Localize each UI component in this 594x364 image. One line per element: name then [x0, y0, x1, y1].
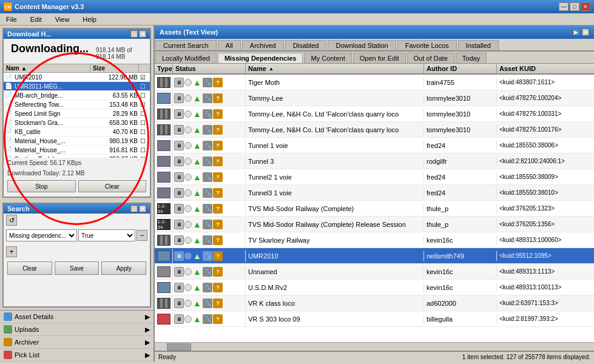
maximize-button[interactable]: □	[570, 2, 579, 11]
row-name: Tommy-Lee, N&H Co. Ltd 'Falcon'class qua…	[246, 125, 424, 135]
table-row[interactable]: 1-2-34 🖥 ▲ 🔧 ? TVS Mid-Sodor Railway (Co…	[155, 217, 594, 232]
pick-list-label: Pick List	[15, 351, 39, 359]
assets-table[interactable]: 🖥 ▲ 🔧 ? Tiger Moth train4755 <kuid:48380…	[155, 75, 594, 342]
download-panel-minimize[interactable]: −	[130, 30, 138, 38]
row-status: 🖥 ▲ 🔧 ?	[173, 155, 246, 167]
close-button[interactable]: ✕	[581, 2, 590, 11]
tab-today[interactable]: Today	[456, 53, 487, 63]
refresh-button[interactable]: ↺	[6, 215, 17, 226]
horizontal-scrollbar[interactable]	[155, 342, 594, 351]
tab-my-content[interactable]: My Content	[304, 53, 351, 63]
menu-view[interactable]: View	[52, 15, 73, 24]
tab-out-of-date[interactable]: Out of Date	[407, 53, 454, 63]
table-row[interactable]: 1-2-34 🖥 ▲ 🔧 ? TVS Mid-Sodor Railway (Co…	[155, 201, 594, 217]
row-name: TVS Mid-Sodor Railway (Complete)	[246, 204, 424, 214]
add-filter-button[interactable]: +	[6, 246, 17, 257]
status-wrench-icon: 🔧	[203, 78, 212, 87]
row-kuid: <kuid:376205:1356>	[497, 220, 594, 229]
table-row[interactable]: 🖥 ▲ 🔧 ? Tunnel 1 voie fred24 <kuid:18555…	[155, 138, 594, 153]
menu-file[interactable]: File	[2, 15, 21, 24]
tab-all[interactable]: All	[218, 40, 241, 50]
row-author: tommylee3010	[424, 125, 497, 135]
col-type-header[interactable]: Type	[155, 64, 173, 73]
table-row[interactable]: 🖥 ▲ 🔧 ? VR S 303 loco 09 billegulla <kui…	[155, 311, 594, 327]
save-search-button[interactable]: Save	[55, 261, 100, 275]
status-circle-icon	[184, 268, 192, 275]
table-row[interactable]: 🖥 ▲ 🔧 ? VR K class loco ad602000 <kuid:2…	[155, 295, 594, 311]
tab-open-for-edit[interactable]: Open for Edit	[353, 53, 406, 63]
table-row[interactable]: 🖥 ▲ 🔧 ? U.S.D.M.Rv2 kevin16c <kuid:48931…	[155, 280, 594, 295]
list-item[interactable]: 📄 Speed Limit Sign 28.29 KB ☐	[4, 109, 150, 118]
remove-filter-button[interactable]: −	[137, 230, 147, 241]
clear-download-button[interactable]: Clear	[78, 180, 147, 192]
status-monitor-icon: 🖥	[174, 220, 184, 229]
col-author-header[interactable]: Author ID	[424, 64, 497, 73]
asset-details-item[interactable]: Asset Details ▶	[0, 311, 154, 323]
list-item[interactable]: 📄 Selferecting Tow... 153.48 KB ☐	[4, 100, 150, 109]
minimize-button[interactable]: —	[559, 2, 569, 11]
table-row[interactable]: 🖥 ▲ 🔧 ? Tunnel2 1 voie fred24 <kuid:1855…	[155, 169, 594, 185]
status-question-icon: ?	[213, 314, 223, 324]
list-item[interactable]: 📄 Stockman's Gra... 658.30 KB ☐	[4, 118, 150, 127]
search-panel-close[interactable]: ✕	[139, 205, 146, 212]
tab-download-station[interactable]: Download Station	[328, 40, 396, 50]
tab-archived[interactable]: Archived	[242, 40, 284, 50]
apply-search-button[interactable]: Apply	[101, 261, 146, 275]
list-item[interactable]: 📄 Section_Tool_ho... 859.37 KB ☐	[4, 155, 150, 158]
list-item[interactable]: 📄 MB-arch_bridge... 63.55 KB ☐	[4, 91, 150, 100]
row-type-icon	[155, 123, 173, 136]
list-item[interactable]: 📄 UMR2010 122.96 MB ☑	[4, 73, 150, 82]
list-item[interactable]: 📄 UMR2011-MEG... ☐	[4, 82, 150, 91]
row-author: kevin16c	[424, 283, 497, 292]
tab-missing-deps[interactable]: Missing Dependencies	[218, 53, 303, 63]
window-controls[interactable]: — □ ✕	[559, 2, 590, 11]
filter-type-select[interactable]: Missing dependenc...	[6, 229, 77, 241]
assets-arrow[interactable]: ▶	[572, 29, 579, 36]
row-type-icon: 1-2-34	[155, 202, 173, 215]
table-row[interactable]: 🖥 ▲ 🔧 ? TV Skarloey Railway kevin16c <ku…	[155, 232, 594, 248]
list-item[interactable]: 📄 Material_House_... 980.19 KB ☐	[4, 136, 150, 146]
refresh-row: ↺	[4, 214, 150, 227]
menu-help[interactable]: Help	[79, 15, 100, 24]
uploads-item[interactable]: Uploads ▶	[0, 323, 154, 336]
asset-details-label: Asset Details	[15, 313, 53, 320]
tab-disabled[interactable]: Disabled	[285, 40, 327, 50]
clear-search-button[interactable]: Clear	[7, 261, 52, 275]
row-status: 🖥 ▲ 🔧 ?	[173, 76, 246, 89]
dl-col-name-header[interactable]: Nam ▲	[4, 64, 90, 72]
status-monitor-icon: 🖥	[174, 157, 184, 166]
row-author: thule_p	[424, 220, 497, 229]
table-row[interactable]: 🖥 ▲ 🔧 ? Tommy-Lee tommylee3010 <kuid:478…	[155, 90, 594, 106]
download-panel-close[interactable]: ✕	[139, 30, 146, 38]
col-kuid-header[interactable]: Asset KUID	[497, 64, 594, 73]
archiver-item[interactable]: Archiver ▶	[0, 336, 154, 349]
table-row[interactable]: 🖥 ▲ 🔧 ? Tommy-Lee, N&H Co. Ltd 'Falcon'c…	[155, 122, 594, 138]
table-row[interactable]: 🖥 ▲ 🔧 ? Tunnel3 1 voie fred24 <kuid:1855…	[155, 185, 594, 201]
table-row[interactable]: 🖥 ▲ 🔧 ? Tiger Moth train4755 <kuid:48380…	[155, 75, 594, 90]
download-list[interactable]: 📄 UMR2010 122.96 MB ☑ 📄 UMR2011-MEG... ☐…	[4, 73, 150, 158]
search-panel-minimize[interactable]: −	[130, 205, 138, 212]
menu-edit[interactable]: Edit	[27, 15, 46, 24]
stop-button[interactable]: Stop	[7, 180, 76, 192]
table-row[interactable]: 🖥 ▲ 🔧 ? UMR2010 neilsmith749 <kuid:95512…	[155, 248, 594, 264]
tab-locally-modified[interactable]: Locally Modified	[155, 53, 217, 63]
table-row[interactable]: 🖥 ▲ 🔧 ? Tommy-Lee, N&H Co. Ltd 'Falcon'c…	[155, 106, 594, 122]
table-row[interactable]: 🖥 ▲ 🔧 ? Unnamed kevin16c <kuid:489313:11…	[155, 264, 594, 280]
download-panel-title: Download H...	[7, 30, 52, 38]
col-status-header[interactable]: Status	[173, 64, 246, 73]
row-status: 🖥 ▲ 🔧 ?	[173, 124, 246, 136]
tab-installed[interactable]: Installed	[458, 40, 499, 50]
status-wrench-icon: 🔧	[203, 188, 212, 198]
list-item[interactable]: 📄 Material_House_... 916.81 KB ☐	[4, 146, 150, 155]
dl-col-size-header[interactable]: Size	[90, 64, 139, 72]
col-name-header[interactable]: Name ▲	[246, 64, 424, 73]
assets-close[interactable]: ✕	[582, 29, 589, 36]
table-row[interactable]: 🖥 ▲ 🔧 ? Tunnel 3 rodgilfr <kuid:2:82100:…	[155, 153, 594, 169]
tab-favorite-locos[interactable]: Favorite Locos	[397, 40, 457, 50]
status-circle-icon	[184, 221, 192, 228]
list-item[interactable]: 📄 KB_cattle 40.70 KB ☐	[4, 127, 150, 136]
tab-current-search[interactable]: Current Search	[155, 40, 217, 50]
pick-list-item[interactable]: Pick List ▶	[0, 349, 154, 362]
row-status: 🖥 ▲ 🔧 ?	[173, 171, 246, 183]
filter-value-select[interactable]: True	[78, 229, 135, 241]
